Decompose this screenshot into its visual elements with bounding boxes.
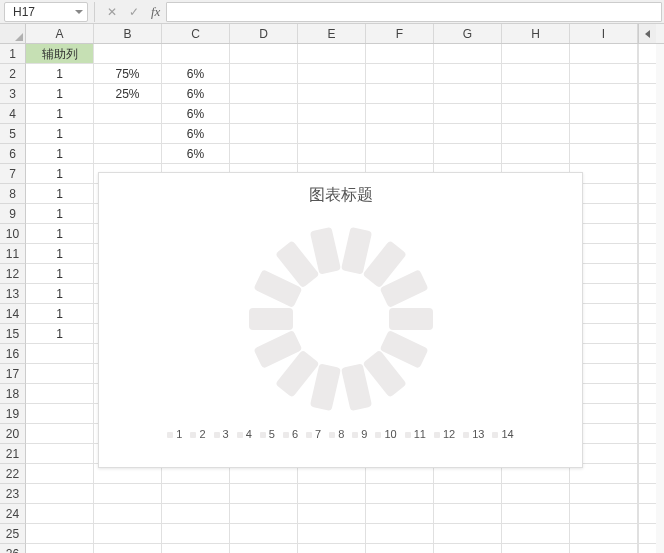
cancel-formula-button[interactable]: ✕ — [101, 1, 123, 23]
legend-label[interactable]: 13 — [472, 428, 484, 440]
cell[interactable] — [570, 144, 638, 164]
row-header[interactable]: 25 — [0, 524, 26, 544]
cell[interactable]: 辅助列 — [26, 44, 94, 64]
cell[interactable] — [570, 64, 638, 84]
cell[interactable] — [502, 524, 570, 544]
cell[interactable] — [638, 444, 656, 464]
legend-label[interactable]: 8 — [338, 428, 344, 440]
cell[interactable]: 1 — [26, 84, 94, 104]
cell[interactable] — [638, 464, 656, 484]
cell[interactable] — [26, 484, 94, 504]
cell[interactable] — [366, 44, 434, 64]
cell[interactable] — [298, 104, 366, 124]
cell[interactable] — [94, 524, 162, 544]
chart-title[interactable]: 图表标题 — [99, 185, 582, 206]
cell[interactable] — [94, 484, 162, 504]
legend-label[interactable]: 6 — [292, 428, 298, 440]
cell[interactable] — [94, 124, 162, 144]
cell[interactable] — [570, 44, 638, 64]
cell[interactable] — [638, 404, 656, 424]
cell[interactable]: 1 — [26, 204, 94, 224]
cell[interactable] — [434, 504, 502, 524]
cell[interactable] — [26, 404, 94, 424]
cell[interactable] — [26, 524, 94, 544]
cell[interactable]: 1 — [26, 184, 94, 204]
cell[interactable] — [162, 544, 230, 553]
chart-plot-area[interactable] — [246, 224, 436, 414]
cell[interactable] — [502, 144, 570, 164]
row-header[interactable]: 17 — [0, 364, 26, 384]
cell[interactable] — [638, 84, 656, 104]
cell[interactable] — [298, 484, 366, 504]
cell[interactable] — [434, 84, 502, 104]
row-header[interactable]: 23 — [0, 484, 26, 504]
cell[interactable] — [230, 104, 298, 124]
donut-segment[interactable] — [340, 363, 371, 411]
cell[interactable] — [638, 104, 656, 124]
donut-segment[interactable] — [389, 308, 433, 330]
cell[interactable] — [230, 524, 298, 544]
cell[interactable] — [230, 544, 298, 553]
cell[interactable] — [638, 224, 656, 244]
cell[interactable] — [638, 204, 656, 224]
cell[interactable]: 1 — [26, 224, 94, 244]
row-header[interactable]: 4 — [0, 104, 26, 124]
cell[interactable] — [162, 524, 230, 544]
column-header[interactable]: D — [230, 24, 298, 43]
cell[interactable]: 6% — [162, 84, 230, 104]
legend-label[interactable]: 14 — [501, 428, 513, 440]
cell[interactable] — [434, 144, 502, 164]
cell[interactable] — [162, 484, 230, 504]
cell[interactable] — [638, 164, 656, 184]
cell[interactable]: 1 — [26, 64, 94, 84]
column-header[interactable]: I — [570, 24, 638, 43]
cell[interactable]: 1 — [26, 284, 94, 304]
cell[interactable] — [230, 144, 298, 164]
cell[interactable]: 25% — [94, 84, 162, 104]
cell[interactable] — [230, 64, 298, 84]
column-header[interactable]: B — [94, 24, 162, 43]
column-header[interactable]: A — [26, 24, 94, 43]
cell[interactable] — [638, 284, 656, 304]
cell[interactable] — [502, 124, 570, 144]
select-all-corner[interactable] — [0, 24, 26, 43]
cell[interactable] — [366, 504, 434, 524]
cell[interactable]: 6% — [162, 144, 230, 164]
row-header[interactable]: 11 — [0, 244, 26, 264]
cell[interactable] — [298, 504, 366, 524]
row-header[interactable]: 15 — [0, 324, 26, 344]
cell[interactable] — [638, 384, 656, 404]
cell[interactable]: 6% — [162, 124, 230, 144]
row-header[interactable]: 9 — [0, 204, 26, 224]
cell[interactable] — [570, 524, 638, 544]
cell[interactable] — [638, 504, 656, 524]
cell[interactable] — [162, 44, 230, 64]
cell[interactable] — [570, 104, 638, 124]
row-header[interactable]: 22 — [0, 464, 26, 484]
cell[interactable] — [502, 44, 570, 64]
cell[interactable]: 1 — [26, 304, 94, 324]
cell[interactable] — [230, 504, 298, 524]
cell[interactable] — [638, 184, 656, 204]
cell[interactable] — [298, 524, 366, 544]
cell[interactable] — [26, 424, 94, 444]
cell[interactable] — [366, 84, 434, 104]
cell[interactable]: 1 — [26, 144, 94, 164]
cell[interactable] — [230, 84, 298, 104]
cell[interactable] — [298, 124, 366, 144]
cell[interactable] — [26, 544, 94, 553]
row-header[interactable]: 10 — [0, 224, 26, 244]
cell[interactable] — [94, 504, 162, 524]
cell[interactable] — [26, 364, 94, 384]
cell[interactable] — [434, 484, 502, 504]
legend-label[interactable]: 2 — [199, 428, 205, 440]
cell[interactable] — [366, 104, 434, 124]
cell[interactable] — [638, 344, 656, 364]
cell[interactable] — [502, 484, 570, 504]
cell[interactable] — [298, 64, 366, 84]
cell[interactable] — [638, 304, 656, 324]
cell[interactable] — [94, 544, 162, 553]
cell[interactable] — [230, 484, 298, 504]
cell[interactable] — [638, 64, 656, 84]
row-header[interactable]: 18 — [0, 384, 26, 404]
